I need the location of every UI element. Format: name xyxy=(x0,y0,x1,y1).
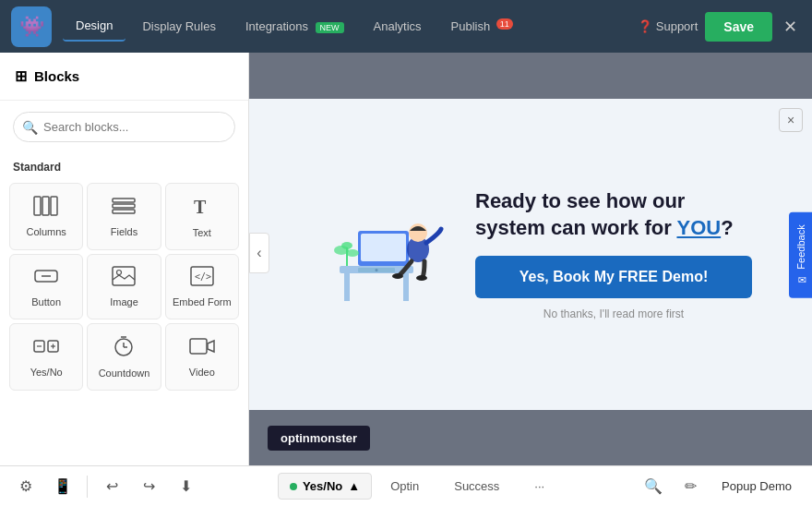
mobile-preview-button[interactable]: 📱 xyxy=(46,470,79,503)
svg-rect-1 xyxy=(42,197,49,215)
svg-rect-4 xyxy=(113,204,135,208)
block-button-label: Button xyxy=(31,296,61,307)
block-fields[interactable]: Fields xyxy=(87,183,161,250)
block-image-label: Image xyxy=(110,296,138,307)
header-right: ❓ Support Save ✕ xyxy=(638,12,801,42)
support-button[interactable]: ❓ Support xyxy=(638,19,699,33)
block-countdown[interactable]: Countdown xyxy=(87,323,161,391)
fields-icon xyxy=(112,196,136,221)
yes-no-dot xyxy=(290,483,297,490)
divider-1 xyxy=(87,476,88,498)
mobile-icon: 📱 xyxy=(54,477,72,495)
columns-icon xyxy=(33,196,59,221)
block-image[interactable]: Image xyxy=(87,254,161,319)
nav-tab-integrations[interactable]: Integrations NEW xyxy=(233,12,357,41)
collapse-sidebar-button[interactable]: ‹ xyxy=(249,233,269,273)
image-icon xyxy=(112,266,136,291)
canvas-top-bar xyxy=(249,53,812,99)
logo: 👾 xyxy=(11,6,52,47)
block-yes-no-label: Yes/No xyxy=(30,367,63,378)
popup-content: Ready to see how our system can work for… xyxy=(272,153,789,356)
undo-icon: ↩ xyxy=(106,477,118,495)
svg-text:T: T xyxy=(194,197,207,217)
nav-tab-design[interactable]: Design xyxy=(63,11,125,42)
button-icon xyxy=(33,266,59,291)
sidebar-header: ⊞ Blocks xyxy=(0,53,248,101)
text-icon: T xyxy=(191,195,213,222)
svg-rect-0 xyxy=(34,197,41,215)
svg-point-32 xyxy=(392,273,403,279)
svg-rect-25 xyxy=(403,273,409,301)
block-button[interactable]: Button xyxy=(9,254,83,319)
toolbar-tabs: Yes/No ▲ Optin Success ··· xyxy=(206,473,633,500)
success-tab[interactable]: Success xyxy=(437,474,516,499)
canvas-bottom-bar: optinmonster xyxy=(249,410,812,465)
svg-rect-24 xyxy=(344,273,350,301)
svg-rect-9 xyxy=(113,267,135,285)
download-button[interactable]: ⬇ xyxy=(169,470,202,503)
block-video[interactable]: Video xyxy=(165,323,239,391)
block-text[interactable]: T Text xyxy=(165,183,239,250)
extra-tab[interactable]: ··· xyxy=(518,474,561,499)
search-box: 🔍 xyxy=(13,112,235,142)
close-button[interactable]: ✕ xyxy=(780,13,801,41)
search-toolbar-button[interactable]: 🔍 xyxy=(637,470,670,503)
block-embed-form[interactable]: </> Embed Form xyxy=(165,254,239,319)
settings-button[interactable]: ⚙ xyxy=(9,470,42,503)
svg-point-36 xyxy=(346,249,359,257)
block-columns-label: Columns xyxy=(26,226,66,237)
popup-illustration xyxy=(309,181,457,329)
yes-no-tab[interactable]: Yes/No ▲ xyxy=(278,473,372,500)
embed-form-icon: </> xyxy=(190,266,214,291)
block-fields-label: Fields xyxy=(111,226,137,237)
main-layout: ⊞ Blocks 🔍 Standard Columns xyxy=(0,53,812,465)
yes-no-icon xyxy=(33,336,59,361)
publish-badge: 11 xyxy=(496,18,513,30)
feedback-icon: ✉ xyxy=(794,272,806,284)
popup-container: × xyxy=(249,99,812,410)
blocks-grid: Columns Fields T xyxy=(0,179,248,394)
nav-tab-display-rules[interactable]: Display Rules xyxy=(129,12,228,41)
svg-point-39 xyxy=(375,269,377,271)
nav-tab-analytics[interactable]: Analytics xyxy=(361,12,435,41)
edit-toolbar-button[interactable]: ✏ xyxy=(674,470,707,503)
bottom-toolbar: ⚙ 📱 ↩ ↪ ⬇ Yes/No ▲ Optin Success ··· 🔍 ✏… xyxy=(0,465,812,506)
save-button[interactable]: Save xyxy=(705,12,772,42)
toolbar-right: 🔍 ✏ Popup Demo xyxy=(637,470,803,503)
undo-button[interactable]: ↩ xyxy=(95,470,128,503)
block-video-label: Video xyxy=(189,367,215,378)
question-icon: ❓ xyxy=(638,19,652,33)
block-text-label: Text xyxy=(193,227,211,238)
block-countdown-label: Countdown xyxy=(99,367,150,379)
nav-tab-publish[interactable]: Publish 11 xyxy=(438,12,526,41)
gear-icon: ⚙ xyxy=(19,477,32,495)
popup-decline-link[interactable]: No thanks, I'll read more first xyxy=(475,307,752,320)
popup-name-label: Popup Demo xyxy=(710,479,803,493)
video-icon xyxy=(189,336,215,361)
block-embed-form-label: Embed Form xyxy=(173,296,232,307)
search-input[interactable] xyxy=(13,112,235,142)
popup-cta-button[interactable]: Yes, Book My FREE Demo! xyxy=(475,256,752,298)
countdown-icon xyxy=(113,335,135,362)
redo-icon: ↪ xyxy=(143,477,155,495)
popup-close-button[interactable]: × xyxy=(779,108,803,132)
search-icon: 🔍 xyxy=(22,120,38,135)
svg-point-33 xyxy=(416,275,427,281)
svg-rect-27 xyxy=(361,234,406,261)
block-columns[interactable]: Columns xyxy=(9,183,83,250)
optin-tab[interactable]: Optin xyxy=(374,474,436,499)
sidebar-title: Blocks xyxy=(34,68,79,84)
svg-rect-3 xyxy=(113,199,135,202)
search-toolbar-icon: 🔍 xyxy=(644,477,663,495)
popup-headline: Ready to see how our system can work for… xyxy=(475,188,752,241)
svg-rect-5 xyxy=(113,210,135,213)
new-badge: NEW xyxy=(316,22,344,33)
block-yes-no[interactable]: Yes/No xyxy=(9,323,83,391)
svg-text:</>: </> xyxy=(195,271,211,282)
sidebar: ⊞ Blocks 🔍 Standard Columns xyxy=(0,53,249,465)
chevron-left-icon: ‹ xyxy=(257,245,261,261)
svg-rect-22 xyxy=(190,339,207,354)
canvas-area: × xyxy=(249,53,812,465)
feedback-tab[interactable]: ✉ Feedback xyxy=(789,211,812,297)
redo-button[interactable]: ↪ xyxy=(132,470,165,503)
